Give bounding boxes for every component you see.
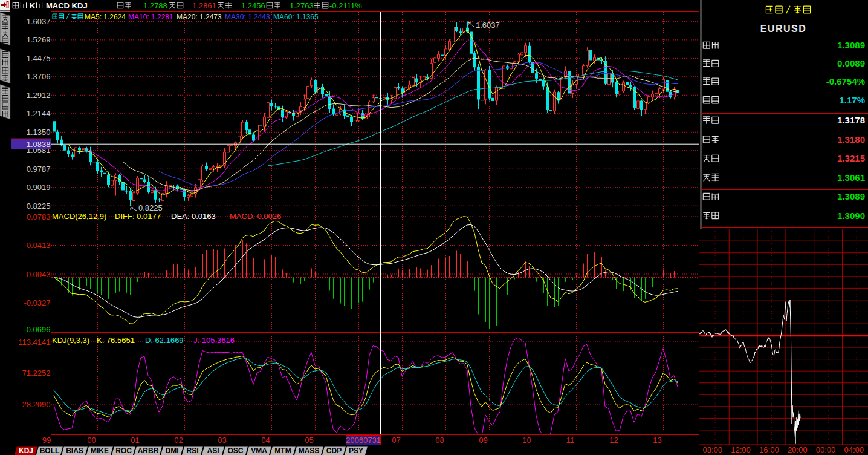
svg-text:02: 02	[174, 436, 183, 445]
svg-text:1.2456: 1.2456	[241, 1, 265, 10]
svg-text:1.1350: 1.1350	[27, 128, 51, 137]
svg-text:MACD: 0.0026: MACD: 0.0026	[230, 212, 281, 221]
svg-text:01: 01	[131, 436, 139, 445]
svg-text:0.8225: 0.8225	[138, 203, 163, 212]
svg-text:OSC: OSC	[227, 447, 243, 455]
svg-text:04:00: 04:00	[844, 445, 864, 454]
svg-text:MTM: MTM	[274, 447, 291, 455]
svg-text:MASS: MASS	[299, 447, 320, 455]
svg-text:09: 09	[479, 436, 487, 445]
svg-text:0.8225: 0.8225	[27, 201, 51, 211]
svg-text:BOLL: BOLL	[40, 447, 60, 455]
svg-text:03: 03	[218, 436, 226, 445]
svg-text:00:00: 00:00	[816, 445, 836, 454]
svg-text:DMI: DMI	[166, 447, 179, 455]
svg-text:VMA: VMA	[251, 447, 267, 455]
svg-text:J: 105.3616: J: 105.3616	[193, 336, 235, 345]
svg-text:MIKE: MIKE	[91, 447, 109, 455]
svg-text:1.6037: 1.6037	[27, 17, 51, 26]
svg-text:MA10: 1.2281: MA10: 1.2281	[128, 13, 173, 21]
svg-text:04: 04	[261, 436, 270, 445]
svg-text:1.2144: 1.2144	[27, 109, 51, 118]
svg-text:20060731: 20060731	[346, 436, 381, 445]
svg-text:ROC: ROC	[115, 447, 132, 455]
svg-text:KDJ(9,3,3): KDJ(9,3,3)	[52, 336, 89, 345]
svg-text:-0.6754%: -0.6754%	[826, 76, 865, 87]
svg-text:-0.0696: -0.0696	[24, 325, 50, 334]
svg-text:PSY: PSY	[349, 447, 363, 455]
svg-text:D: 62.1669: D: 62.1669	[145, 336, 184, 345]
svg-text:1.2861: 1.2861	[192, 1, 216, 10]
svg-text:-0.2111%: -0.2111%	[329, 1, 362, 10]
svg-text:0.9787: 0.9787	[27, 165, 51, 174]
svg-text:-0.0327: -0.0327	[24, 298, 50, 307]
svg-text:113.4141: 113.4141	[18, 338, 50, 347]
svg-text:07: 07	[392, 436, 400, 445]
svg-text:DIFF: 0.0177: DIFF: 0.0177	[115, 212, 161, 221]
svg-text:1.3180: 1.3180	[837, 134, 865, 145]
svg-text:05: 05	[305, 436, 313, 445]
svg-text:0.0783: 0.0783	[27, 212, 51, 221]
svg-text:0.9019: 0.9019	[27, 183, 51, 192]
svg-text:KDJ: KDJ	[19, 447, 33, 455]
svg-text:1.3178: 1.3178	[837, 115, 865, 125]
svg-text:1.4475: 1.4475	[27, 54, 51, 63]
svg-text:1.3090: 1.3090	[837, 211, 865, 221]
svg-text:1.3215: 1.3215	[837, 153, 865, 163]
svg-text:10: 10	[522, 436, 531, 445]
svg-text:RSI: RSI	[186, 447, 198, 455]
svg-text:08:00: 08:00	[703, 445, 723, 454]
svg-text:1.3089: 1.3089	[837, 191, 865, 201]
svg-text:ASI: ASI	[207, 447, 219, 455]
svg-text:1.0838: 1.0838	[27, 140, 51, 149]
svg-text:MA30: 1.2443: MA30: 1.2443	[225, 13, 270, 21]
svg-text:08: 08	[435, 436, 444, 445]
svg-text:1.3061: 1.3061	[837, 172, 865, 183]
svg-text:CDP: CDP	[326, 447, 342, 455]
svg-text:1.3706: 1.3706	[27, 72, 51, 81]
svg-text:1.6037: 1.6037	[476, 21, 500, 30]
svg-text:13: 13	[653, 436, 661, 445]
svg-text:0.0413: 0.0413	[27, 241, 51, 250]
svg-text:K: K	[30, 1, 36, 10]
svg-text:BIAS: BIAS	[66, 447, 83, 455]
svg-text:1.2763: 1.2763	[290, 1, 314, 10]
svg-text:11: 11	[566, 436, 575, 445]
svg-text:MA20: 1.2473: MA20: 1.2473	[177, 13, 222, 21]
svg-text:MA60: 1.1365: MA60: 1.1365	[273, 13, 319, 21]
svg-text:12:00: 12:00	[731, 445, 751, 454]
svg-text:1.17%: 1.17%	[839, 95, 865, 105]
svg-text:28.2090: 28.2090	[22, 400, 51, 409]
svg-text:99: 99	[42, 436, 51, 445]
svg-text:20:00: 20:00	[788, 445, 808, 454]
svg-text:16:00: 16:00	[759, 445, 779, 454]
svg-text:K: 76.5651: K: 76.5651	[97, 336, 135, 345]
svg-text:1.3089: 1.3089	[837, 40, 865, 50]
svg-text:1.5269: 1.5269	[27, 35, 51, 44]
svg-text:EURUSD: EURUSD	[760, 24, 807, 34]
svg-text:MACD KDJ: MACD KDJ	[46, 1, 88, 10]
svg-text:MA5: 1.2624: MA5: 1.2624	[85, 13, 126, 21]
svg-text:ARBR: ARBR	[138, 447, 159, 455]
svg-text:71.2252: 71.2252	[22, 368, 51, 378]
svg-text:0.0043: 0.0043	[27, 270, 51, 279]
svg-text:00: 00	[87, 436, 96, 445]
svg-text:1.2788: 1.2788	[143, 1, 167, 10]
svg-text:0.0089: 0.0089	[837, 58, 865, 68]
svg-text:12: 12	[609, 436, 618, 445]
svg-text:1.2912: 1.2912	[27, 91, 51, 100]
svg-text:DEA: 0.0163: DEA: 0.0163	[171, 212, 216, 221]
svg-text:MACD(26,12,9): MACD(26,12,9)	[52, 212, 106, 221]
